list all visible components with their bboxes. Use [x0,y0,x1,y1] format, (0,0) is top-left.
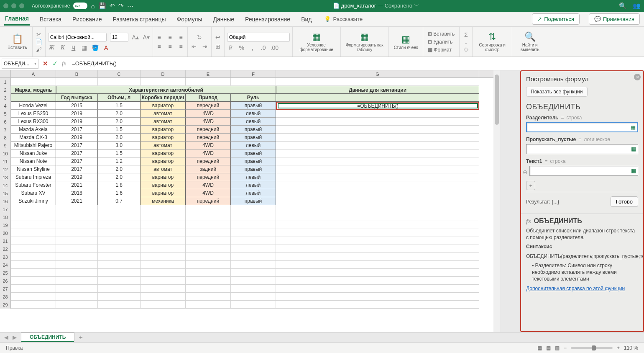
cell[interactable] [11,221,56,229]
conditional-format-button[interactable]: ▦Условное форматирование [295,31,338,53]
row-header[interactable]: 14 [0,181,11,189]
cell[interactable] [11,245,56,253]
cell[interactable] [11,261,56,269]
cell[interactable]: левый [231,118,276,126]
row-header[interactable]: 22 [0,245,11,253]
range-selector-icon[interactable]: ▦ [631,167,636,174]
cell[interactable]: задний [186,165,231,173]
cell[interactable]: Коробка передач [141,94,186,102]
font-size-select[interactable] [110,33,128,42]
cell[interactable]: передний [186,197,231,205]
add-argument-button[interactable]: + [526,181,535,190]
currency-icon[interactable]: ₽ [227,44,235,51]
dec-decimal-icon[interactable]: .00 [271,44,278,51]
cell[interactable]: правый [231,165,276,173]
cell[interactable]: 2018 [56,189,98,197]
cell[interactable] [98,253,141,261]
cell[interactable] [11,213,56,221]
cell[interactable]: 4WD [186,110,231,118]
cell[interactable]: Lexus RX300 [11,118,56,126]
cell[interactable] [141,237,186,245]
cell[interactable] [186,237,231,245]
cell[interactable] [231,277,276,285]
cell[interactable] [186,78,231,86]
cell[interactable]: 1,5 [98,149,141,157]
delete-cells-button[interactable]: ⊟Удалить [426,38,455,46]
row-header[interactable]: 26 [0,277,11,285]
comments-button[interactable]: 💬Примечания [589,13,640,25]
paste-button[interactable]: 📋Вставить [5,33,30,51]
row-header[interactable]: 24 [0,261,11,269]
row-header[interactable]: 16 [0,197,11,205]
cell[interactable] [186,245,231,253]
cell[interactable] [11,229,56,237]
cell[interactable] [98,261,141,269]
font-color-icon[interactable]: A [102,44,110,51]
clear-icon[interactable]: ◇ [462,46,470,52]
row-header[interactable]: 19 [0,221,11,229]
cell[interactable]: вариатор [141,102,186,110]
italic-icon[interactable]: К [59,44,66,51]
cell[interactable] [98,221,141,229]
cell[interactable] [56,78,98,86]
sheet-next-icon[interactable]: ▶ [13,334,17,340]
cell[interactable]: Марка, модель [11,86,56,94]
autosum-icon[interactable]: Σ [462,31,470,38]
cell[interactable] [98,229,141,237]
cell[interactable]: механика [141,197,186,205]
cell[interactable]: вариатор [141,126,186,134]
cell[interactable]: Mazda CX-3 [11,134,56,142]
zoom-slider[interactable] [571,347,613,349]
undo-icon[interactable]: ↶ [110,2,115,10]
row-header[interactable]: 18 [0,213,11,221]
help-link[interactable]: Дополнительная справка по этой функции [526,286,638,291]
sheet-prev-icon[interactable]: ◀ [4,334,8,340]
cell[interactable] [98,245,141,253]
cell[interactable]: Nissan Skyline [11,165,56,173]
cell[interactable] [276,197,479,205]
cell[interactable]: Nissan Juke [11,149,56,157]
share-people-icon[interactable]: 👥 [633,2,641,10]
cell[interactable] [186,285,231,293]
format-table-button[interactable]: ▦Форматировать как таблицу [343,31,386,53]
done-button[interactable]: Готово [611,196,638,207]
arg-input-text1[interactable]: ▦ [529,166,638,176]
cell[interactable] [11,277,56,285]
min-dot[interactable] [11,3,16,8]
cell[interactable] [56,301,98,309]
row-header[interactable]: 11 [0,157,11,165]
cell[interactable]: Характеристики автомобилей [56,86,276,94]
col-header-F[interactable]: F [231,70,276,77]
cell[interactable]: 2017 [56,149,98,157]
align-left-icon[interactable]: ≡ [156,43,163,50]
border-icon[interactable]: ▦ [81,44,88,51]
fill-icon[interactable]: ↓ [462,39,470,45]
cell[interactable]: 4WD [186,181,231,189]
cell[interactable] [186,229,231,237]
cell[interactable]: передний [186,126,231,134]
cell[interactable] [56,269,98,277]
orientation-icon[interactable]: ↻ [196,34,203,41]
cell[interactable]: 2,0 [98,173,141,181]
more-icon[interactable]: ⋯ [127,2,133,10]
col-header-D[interactable]: D [141,70,186,77]
autosave-toggle[interactable]: вкл. [73,3,87,9]
cell[interactable] [11,269,56,277]
cell[interactable]: Руль [231,94,276,102]
align-top-icon[interactable]: ≡ [156,34,163,41]
cell[interactable] [276,126,479,134]
cell[interactable]: левый [231,173,276,181]
cell[interactable] [56,205,98,213]
cell[interactable] [141,213,186,221]
cut-icon[interactable]: ✂ [35,31,43,38]
accept-formula-icon[interactable]: ✓ [52,59,58,67]
cell[interactable] [98,293,141,301]
cell[interactable] [56,221,98,229]
cell[interactable] [276,149,479,157]
home-icon[interactable]: ⌂ [91,3,95,10]
cell[interactable]: 4WD [186,149,231,157]
cell[interactable] [11,205,56,213]
zoom-level[interactable]: 110 % [624,345,638,351]
cell[interactable] [276,301,479,309]
cell[interactable]: 2019 [56,118,98,126]
